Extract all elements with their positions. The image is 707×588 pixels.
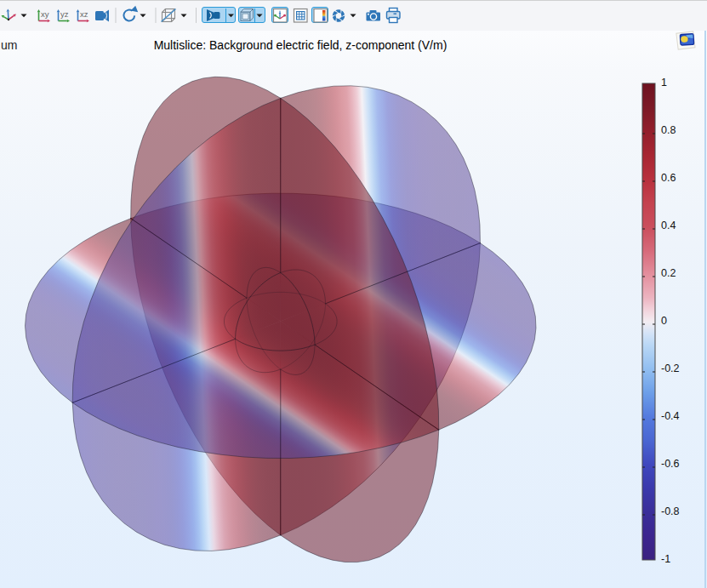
svg-text:xy: xy (41, 9, 49, 19)
svg-text:xz: xz (80, 9, 88, 19)
svg-text:yz: yz (60, 9, 69, 19)
